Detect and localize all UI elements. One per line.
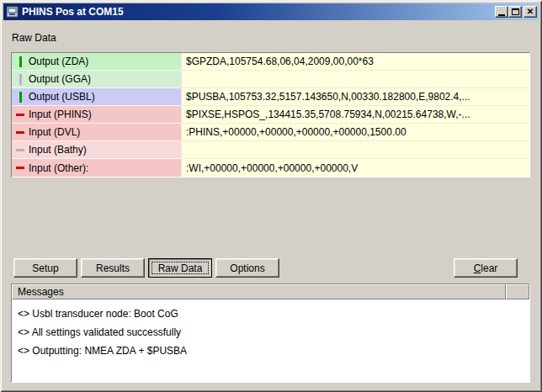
clear-button[interactable]: Clear [454,258,518,278]
maximize-button[interactable] [508,6,522,18]
raw-data-button-label: Raw Data [158,262,203,274]
row-value: $PUSBA,105753.32,5157.143650,N,00330.182… [182,88,529,106]
output-active-indicator-icon [12,56,29,67]
message-line: <> All settings validated successfully [18,323,523,342]
results-button-label: Results [96,262,130,274]
row-label-cell: Output (USBL) [12,88,182,106]
window-title: PHINS Pos at COM15 [22,6,495,18]
row-label-cell: Input (PHINS) [12,106,182,124]
row-label-cell: Input (Other): [12,159,182,177]
row-value: $GPZDA,105754.68,06,04,2009,00,00*63 [182,53,529,71]
options-button[interactable]: Options [215,258,279,278]
message-line: <> Outputting: NMEA ZDA + $PUSBA [18,342,523,360]
titlebar[interactable]: PHINS Pos at COM15 ✕ [3,3,539,20]
row-label-cell: Input (DVL) [12,124,182,141]
section-label-raw-data: Raw Data [12,32,56,44]
row-value: $PIXSE,HSPOS_,134415.35,5708.75934,N,002… [182,106,529,124]
raw-data-table: Output (ZDA) $GPZDA,105754.68,06,04,2009… [11,52,530,177]
messages-header-filler [506,284,529,299]
table-row-input-phins: Input (PHINS) $PIXSE,HSPOS_,134415.35,57… [12,106,529,124]
row-value [182,71,529,88]
table-row-input-dvl: Input (DVL) :PHINS,+00000,+00000,+00000,… [12,124,529,141]
messages-header: Messages [12,284,529,299]
input-inactive-indicator-icon [12,149,29,151]
row-label: Output (USBL) [29,91,95,103]
close-button[interactable]: ✕ [523,6,537,18]
message-line: <> Usbl transducer node: Boot CoG [18,305,523,323]
row-label: Output (GGA) [29,73,91,85]
minimize-button[interactable] [495,6,508,18]
maximize-icon [512,8,519,15]
input-active-indicator-icon [12,114,29,116]
table-row-input-other: Input (Other): :WI,+00000,+00000,+00000,… [12,159,529,177]
row-label-cell: Input (Bathy) [12,141,182,159]
row-label: Input (Bathy) [29,144,87,156]
messages-column-header[interactable]: Messages [12,284,506,299]
row-label-cell: Output (ZDA) [12,53,182,71]
messages-panel: Messages <> Usbl transducer node: Boot C… [11,283,530,383]
row-value [182,141,529,159]
row-value: :WI,+00000,+00000,+00000,+00000,V [182,159,529,177]
setup-button[interactable]: Setup [13,258,77,278]
row-label-cell: Output (GGA) [12,71,182,88]
table-row-input-bathy: Input (Bathy) [12,141,529,159]
raw-data-button[interactable]: Raw Data [148,258,212,278]
row-value: :PHINS,+00000,+00000,+00000,+00000,1500.… [182,124,529,141]
results-button[interactable]: Results [81,258,145,278]
app-icon[interactable] [6,5,19,19]
row-label: Input (PHINS) [29,109,92,120]
output-inactive-indicator-icon [12,74,29,85]
output-active-indicator-icon [12,92,29,103]
minimize-icon [498,14,505,16]
table-row-output-usbl: Output (USBL) $PUSBA,105753.32,5157.1436… [12,88,529,106]
table-row-output-gga: Output (GGA) [12,71,529,88]
app-window: PHINS Pos at COM15 ✕ Raw Data Output (ZD… [0,0,542,392]
messages-list: <> Usbl transducer node: Boot CoG <> All… [12,299,529,382]
input-active-indicator-icon [12,131,29,134]
row-label: Output (ZDA) [29,56,88,67]
row-label: Input (Other): [29,162,88,174]
clear-button-accesskey: C [474,262,481,274]
row-label: Input (DVL) [29,126,80,138]
clear-button-label: lear [481,262,497,274]
options-button-label: Options [230,262,264,274]
setup-button-label: Setup [32,262,58,274]
table-row-output-zda: Output (ZDA) $GPZDA,105754.68,06,04,2009… [12,53,529,71]
close-icon: ✕ [527,8,534,16]
input-active-indicator-icon [12,167,29,169]
window-controls: ✕ [495,6,537,18]
